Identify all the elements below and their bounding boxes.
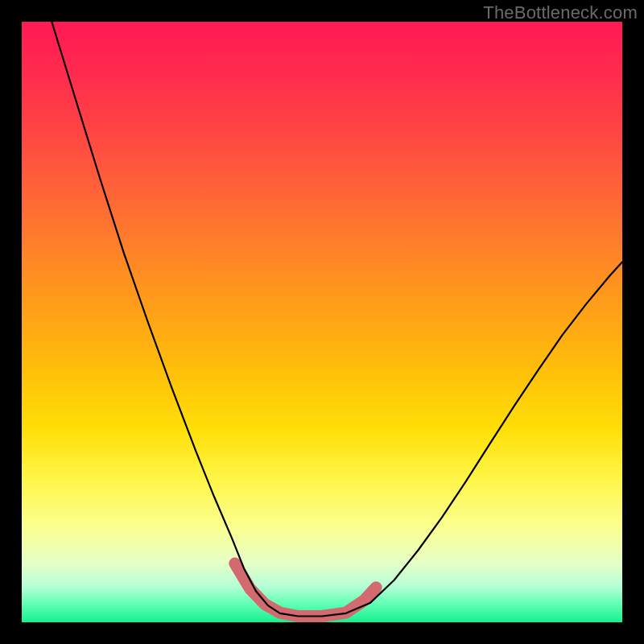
chart-frame: TheBottleneck.com: [0, 0, 644, 644]
watermark-text: TheBottleneck.com: [483, 2, 638, 23]
bottleneck-curve-path: [52, 22, 622, 617]
plot-area: [22, 22, 622, 622]
chart-svg: [22, 22, 622, 622]
